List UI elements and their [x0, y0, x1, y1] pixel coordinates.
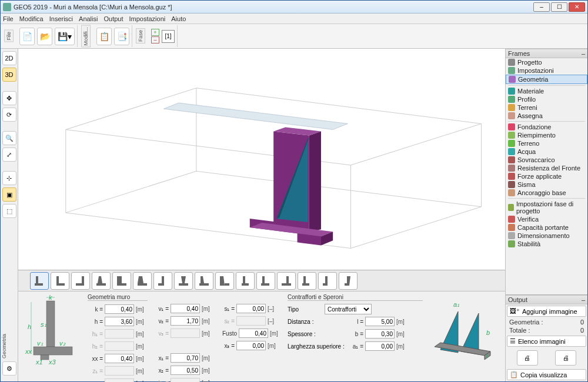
geometry-fields-col1: Geometria muro k =[m] h =[m] h₁ =[m] h₂ …: [88, 294, 148, 382]
remove-phase-button[interactable]: –: [151, 36, 159, 43]
phase-1-tab[interactable]: [1]: [162, 30, 175, 43]
frame-item-impostazioni-fase-di-progetto[interactable]: Impostazioni fase di progetto: [506, 200, 587, 215]
frame-icon: [508, 216, 515, 223]
new-file-button[interactable]: 📄: [19, 28, 35, 45]
shape-tab-14[interactable]: [298, 272, 316, 290]
input-l[interactable]: [365, 317, 395, 326]
frame-item-verifica[interactable]: Verifica: [506, 215, 587, 223]
paste-button[interactable]: 📑: [114, 28, 129, 45]
menu-inserisci[interactable]: Inserisci: [49, 15, 73, 22]
main-toolbar: File 📄 📂 💾▾ Modifi... 📋 📑 Fase + – [1]: [1, 24, 587, 49]
frame-item-acqua[interactable]: Acqua: [506, 148, 587, 156]
list-icon: ☰: [510, 337, 516, 345]
view-2d-button[interactable]: 2D: [2, 51, 16, 65]
input-fusto[interactable]: [239, 329, 268, 338]
menu-impostazioni[interactable]: Impostazioni: [129, 15, 165, 22]
pan-button[interactable]: ✥: [2, 91, 16, 105]
input-v1[interactable]: [171, 304, 200, 313]
settings-button[interactable]: ⚙: [2, 361, 16, 376]
input-a1[interactable]: [365, 341, 395, 351]
frame-item-sisma[interactable]: Sisma: [506, 180, 587, 189]
copy-button[interactable]: 📋: [96, 28, 112, 45]
minimize-button[interactable]: –: [533, 2, 550, 12]
menu-aiuto[interactable]: Aiuto: [171, 15, 186, 22]
input-xx[interactable]: [105, 354, 134, 363]
copy-icon: 📋: [510, 371, 518, 378]
maximize-button[interactable]: ☐: [551, 2, 567, 12]
image-list-button[interactable]: ☰Elenco immagini: [507, 336, 586, 347]
collapse-icon[interactable]: –: [582, 50, 585, 57]
print-button[interactable]: 🖨: [517, 350, 538, 366]
input-x3[interactable]: [236, 341, 266, 350]
viewport-3d[interactable]: [18, 49, 505, 270]
shape-tab-16[interactable]: [339, 272, 358, 290]
frame-item-sovraccarico[interactable]: Sovraccarico: [506, 156, 587, 164]
menu-modifica[interactable]: Modifica: [19, 15, 44, 22]
solid-view-button[interactable]: ▣: [2, 187, 16, 202]
frame-item-profilo[interactable]: Profilo: [506, 95, 587, 103]
combo-tipo[interactable]: Contrafforti: [325, 304, 372, 314]
shape-tab-13[interactable]: [277, 272, 296, 290]
menu-output[interactable]: Output: [103, 15, 123, 22]
input-x1[interactable]: [171, 353, 200, 363]
input-h[interactable]: [105, 317, 134, 326]
close-button[interactable]: ✕: [569, 2, 585, 12]
shape-tab-9[interactable]: [195, 272, 213, 290]
view-3d-button[interactable]: 3D: [2, 68, 16, 82]
frame-label: Resistenza del Fronte: [517, 165, 580, 172]
shape-tab-8[interactable]: [174, 272, 193, 290]
rotate-button[interactable]: ⟳: [2, 108, 16, 122]
shape-tab-4[interactable]: [92, 272, 111, 290]
frame-icon: [508, 181, 515, 188]
frame-item-terreni[interactable]: Terreni: [506, 103, 587, 112]
shape-tab-2[interactable]: [51, 272, 69, 290]
svg-rect-7: [46, 301, 55, 347]
shape-tab-11[interactable]: [236, 272, 255, 290]
frame-item-materiale[interactable]: Materiale: [506, 87, 587, 95]
add-image-button[interactable]: 🖼⁺Aggiungi immagine: [507, 306, 586, 317]
frame-item-assegna[interactable]: Assegna: [506, 112, 587, 120]
add-phase-button[interactable]: +: [151, 29, 159, 36]
frame-item-forze-applicate[interactable]: Forze applicate: [506, 172, 587, 180]
frame-item-terreno[interactable]: Terreno: [506, 139, 587, 148]
shape-tab-10[interactable]: [215, 272, 234, 290]
geometry-fields-col3: s₁ =[–] s₂ =[–] Fusto[m] x₃ =[m]: [219, 294, 282, 382]
input-v2[interactable]: [171, 316, 200, 326]
shape-tab-7[interactable]: [153, 272, 172, 290]
input-z2: [105, 378, 134, 382]
menu-file[interactable]: File: [3, 15, 14, 22]
frame-label: Materiale: [517, 88, 544, 95]
input-k[interactable]: [105, 304, 134, 314]
print-color-button[interactable]: 🖨: [555, 350, 576, 366]
shape-tab-1[interactable]: [30, 272, 49, 290]
frame-item-progetto[interactable]: Progetto: [506, 58, 587, 66]
save-file-button[interactable]: 💾▾: [55, 28, 75, 45]
frame-item-ancoraggio-base[interactable]: Ancoraggio base: [506, 189, 587, 197]
menu-analisi[interactable]: Analisi: [79, 15, 98, 22]
wire-view-button[interactable]: ⬚: [2, 204, 16, 218]
frame-item-impostazioni[interactable]: Impostazioni: [506, 66, 587, 75]
frame-item-riempimento[interactable]: Riempimento: [506, 131, 587, 139]
open-file-button[interactable]: 📂: [37, 28, 52, 45]
shape-tab-3[interactable]: [71, 272, 90, 290]
frame-item-fondazione[interactable]: Fondazione: [506, 123, 587, 131]
shape-tab-5[interactable]: [112, 272, 131, 290]
frame-item-resistenza-del-fronte[interactable]: Resistenza del Fronte: [506, 164, 587, 172]
input-x2[interactable]: [171, 366, 200, 375]
frame-item-dimensionamento[interactable]: Dimensionamento: [506, 232, 587, 240]
shape-tab-15[interactable]: [318, 272, 337, 290]
input-s1[interactable]: [236, 304, 266, 313]
shape-tab-6[interactable]: [133, 272, 152, 290]
zoom-button[interactable]: 🔍: [2, 131, 16, 145]
buttress-header: Contrafforti e Speroni: [288, 294, 423, 301]
fit-button[interactable]: ⤢: [2, 148, 16, 162]
shape-tab-12[interactable]: [256, 272, 275, 290]
frame-item-capacità-portante[interactable]: Capacità portante: [506, 223, 587, 232]
input-b[interactable]: [365, 329, 395, 339]
frame-item-stabilità[interactable]: Stabilità: [506, 240, 587, 248]
axis-button[interactable]: ⊹: [2, 171, 16, 185]
collapse-icon[interactable]: –: [582, 296, 585, 303]
copy-view-button[interactable]: 📋Copia visualizza: [507, 369, 586, 380]
frame-item-geometria[interactable]: Geometria: [506, 75, 587, 84]
side-tab-geometria[interactable]: Geometria: [1, 334, 7, 358]
